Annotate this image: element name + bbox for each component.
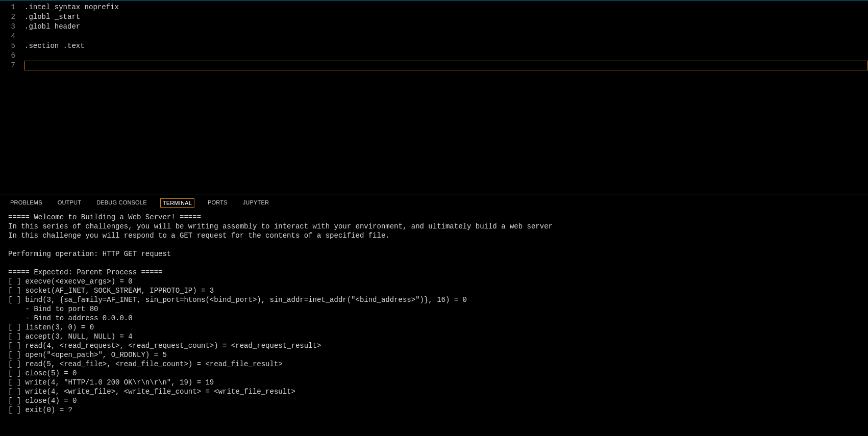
code-line[interactable] xyxy=(24,32,868,41)
terminal-output[interactable]: ===== Welcome to Building a Web Server! … xyxy=(0,211,868,420)
code-line[interactable]: .intel_syntax noprefix xyxy=(24,3,868,12)
code-line[interactable] xyxy=(24,61,868,70)
code-line[interactable]: .globl header xyxy=(24,22,868,32)
editor-content[interactable]: 1234567 .intel_syntax noprefix.globl _st… xyxy=(0,1,868,70)
code-area[interactable]: .intel_syntax noprefix.globl _start.glob… xyxy=(24,3,868,70)
line-number: 4 xyxy=(0,32,15,41)
line-number: 2 xyxy=(0,12,15,22)
line-number: 3 xyxy=(0,22,15,32)
panel-tab-problems[interactable]: PROBLEMS xyxy=(8,198,44,208)
panel-tab-jupyter[interactable]: JUPYTER xyxy=(241,198,271,208)
code-line[interactable] xyxy=(24,51,868,61)
line-number: 5 xyxy=(0,41,15,51)
code-line[interactable]: .globl _start xyxy=(24,12,868,22)
panel-tab-terminal[interactable]: TERMINAL xyxy=(160,198,194,208)
panel-tabs: PROBLEMSOUTPUTDEBUG CONSOLETERMINALPORTS… xyxy=(0,194,868,211)
panel-tab-ports[interactable]: PORTS xyxy=(206,198,230,208)
line-number: 1 xyxy=(0,3,15,12)
panel-tab-debug-console[interactable]: DEBUG CONSOLE xyxy=(94,198,149,208)
code-line[interactable]: .section .text xyxy=(24,41,868,51)
panel-tab-output[interactable]: OUTPUT xyxy=(56,198,83,208)
editor-pane: 1234567 .intel_syntax noprefix.globl _st… xyxy=(0,0,868,194)
line-number-gutter: 1234567 xyxy=(0,3,24,70)
line-number: 7 xyxy=(0,61,15,70)
line-number: 6 xyxy=(0,51,15,61)
